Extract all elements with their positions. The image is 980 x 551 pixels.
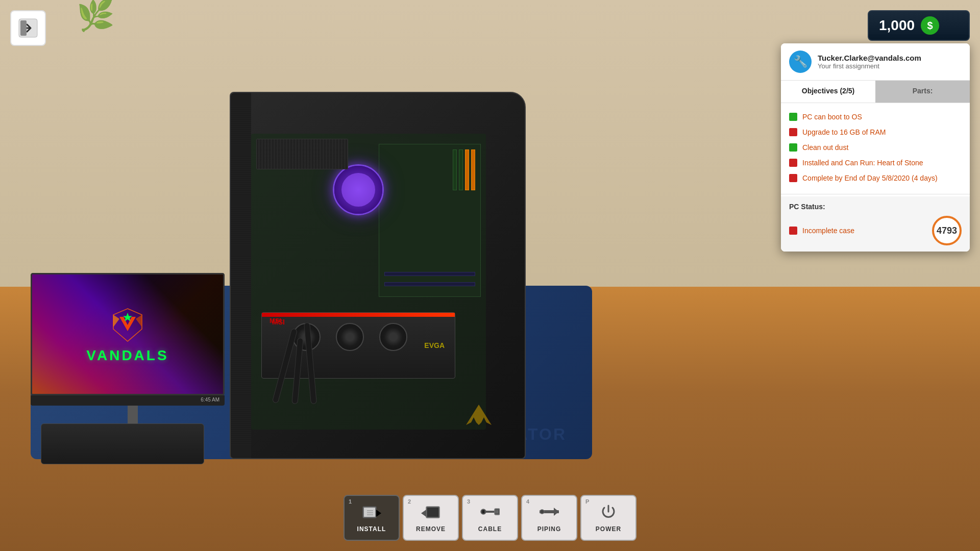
obj-text-5: Complete by End of Day 5/8/2020 (4 days) (802, 174, 938, 182)
panel-tabs: Objectives (2/5) Parts: (781, 81, 970, 103)
panel-header: 🔧 Tucker.Clarke@vandals.com Your first a… (781, 43, 970, 81)
install-icon (362, 504, 381, 522)
pc-internals: MSI EVGA (251, 134, 486, 430)
svg-rect-17 (482, 510, 484, 513)
objective-5: Complete by End of Day 5/8/2020 (4 days) (789, 170, 962, 186)
objective-4: Installed and Can Run: Heart of Stone (789, 155, 962, 170)
remove-icon (421, 504, 440, 522)
bottom-toolbar: 1 INSTALL 2 (344, 495, 636, 541)
svg-rect-8 (364, 508, 375, 517)
tab-objectives[interactable]: Objectives (2/5) (781, 81, 875, 103)
exit-button[interactable] (10, 10, 46, 46)
svg-point-24 (540, 510, 544, 514)
pc-status-item: Incomplete case 4793 (789, 216, 962, 245)
objective-1: PC can boot to OS (789, 109, 962, 124)
svg-marker-23 (554, 508, 559, 516)
piping-number: 4 (526, 498, 529, 505)
install-number: 1 (349, 498, 352, 505)
power-label: POWER (596, 525, 621, 533)
svg-rect-6 (20, 20, 27, 36)
svg-rect-19 (495, 509, 500, 515)
game-container: 🌿 PC BUILDING SIMULATOR VANDALS (0, 0, 980, 551)
money-amount: 1,000 (879, 17, 915, 34)
money-icon: $ (921, 16, 939, 35)
remove-button[interactable]: 2 REMOVE (403, 495, 459, 541)
power-button[interactable]: P POWER (580, 495, 636, 541)
panel-email: Tucker.Clarke@vandals.com (818, 54, 921, 62)
svg-rect-14 (427, 508, 438, 517)
obj-indicator-1 (789, 113, 797, 121)
panel-divider (781, 194, 970, 194)
obj-text-3: Clean out dust (802, 143, 848, 152)
svg-marker-15 (421, 510, 426, 517)
piping-label: PIPING (537, 525, 561, 533)
vandals-brand-text: VANDALS (86, 347, 168, 364)
cable-label: CABLE (478, 525, 502, 533)
panel-subtitle: Your first assignment (818, 62, 921, 70)
status-text: Incomplete case (802, 227, 854, 235)
cable-2 (291, 338, 303, 405)
panel-info: Tucker.Clarke@vandals.com Your first ass… (818, 54, 921, 70)
motherboard (379, 144, 481, 297)
power-icon (599, 504, 618, 522)
pc-score: 4793 (932, 216, 962, 245)
money-display: 1,000 $ (868, 10, 970, 41)
power-number: P (585, 498, 589, 505)
status-indicator (789, 227, 797, 235)
cable-number: 3 (467, 498, 470, 505)
cables (272, 302, 425, 404)
cpu-cooler (333, 164, 384, 215)
panel-icon: 🔧 (789, 51, 812, 73)
pc-status-section: PC Status: Incomplete case 4793 (781, 196, 970, 252)
assignment-panel: 🔧 Tucker.Clarke@vandals.com Your first a… (781, 43, 970, 252)
remove-number: 2 (408, 498, 411, 505)
exit-icon (18, 18, 38, 38)
keyboard (41, 423, 204, 464)
obj-indicator-4 (789, 159, 797, 167)
remove-label: REMOVE (416, 525, 446, 533)
obj-indicator-2 (789, 128, 797, 136)
objective-2: Upgrade to 16 GB of RAM (789, 124, 962, 140)
obj-indicator-3 (789, 143, 797, 152)
cable-3 (304, 322, 317, 404)
monitor-bottom-bar: 6:45 AM (31, 395, 225, 406)
pc-case-body: MSI EVGA (230, 92, 526, 459)
install-button[interactable]: 1 INSTALL (344, 495, 400, 541)
obj-indicator-5 (789, 174, 797, 182)
objective-3: Clean out dust (789, 140, 962, 155)
svg-marker-12 (376, 510, 381, 517)
monitor-screen: VANDALS (31, 273, 225, 395)
monitor: VANDALS 6:45 AM (31, 273, 235, 439)
cable-button[interactable]: 3 CABLE (462, 495, 518, 541)
svg-marker-4 (136, 315, 142, 327)
status-left: Incomplete case (789, 227, 854, 235)
piping-icon (540, 504, 559, 522)
cable-icon (480, 504, 500, 522)
obj-text-4: Installed and Can Run: Heart of Stone (802, 159, 923, 167)
vandals-emblem (107, 305, 148, 345)
obj-text-2: Upgrade to 16 GB of RAM (802, 128, 886, 136)
obj-text-1: PC can boot to OS (802, 113, 862, 121)
pc-case[interactable]: MSI EVGA (230, 92, 526, 459)
plant-decoration: 🌿 (77, 0, 115, 31)
monitor-time: 6:45 AM (201, 397, 219, 403)
tab-parts[interactable]: Parts: (875, 81, 970, 103)
pc-status-title: PC Status: (789, 203, 962, 211)
piping-button[interactable]: 4 PIPING (521, 495, 577, 541)
corsair-logo (463, 402, 494, 428)
svg-marker-3 (113, 315, 119, 327)
install-label: INSTALL (357, 525, 386, 533)
vandals-logo: VANDALS (86, 305, 168, 364)
objectives-list: PC can boot to OS Upgrade to 16 GB of RA… (781, 103, 970, 192)
